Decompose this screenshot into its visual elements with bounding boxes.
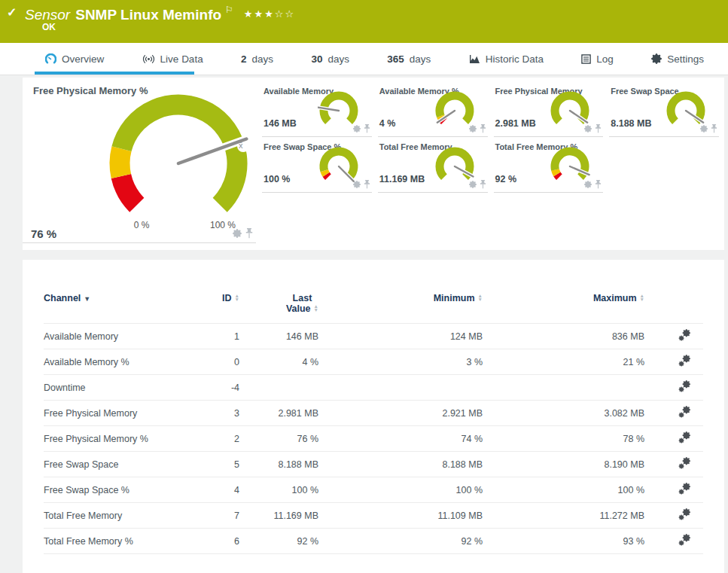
channel-id: -4: [198, 375, 239, 401]
channel-minimum: 124 MB: [318, 324, 483, 349]
sort-icon: ▲▼: [478, 294, 483, 301]
channel-name: Total Free Memory: [44, 503, 198, 529]
table-row: Downtime -4: [44, 375, 703, 401]
channel-settings-gears-icon[interactable]: [678, 534, 690, 546]
channel-last-value: 100 %: [239, 477, 318, 503]
gear-icon[interactable]: [700, 125, 708, 133]
channel-last-value: 146 MB: [239, 324, 318, 349]
column-header-id[interactable]: ID▲▼: [198, 293, 239, 324]
channels-table: Channel▼ ID▲▼ Last Value▲▼ Minimum▲▼ Max…: [44, 293, 703, 554]
gauge-value: 2.981 MB: [495, 118, 536, 129]
gauge-value: 11.169 MB: [379, 174, 425, 184]
channel-minimum: 11.109 MB: [318, 503, 483, 529]
gauge-icon: [45, 53, 56, 65]
gear-icon[interactable]: [469, 181, 477, 188]
tab-historic-data[interactable]: Historic Data: [469, 53, 544, 65]
channel-id: 2: [198, 426, 239, 452]
mean-marker: x̄: [239, 141, 243, 150]
channel-settings-gears-icon[interactable]: [678, 380, 690, 392]
gear-icon[interactable]: [584, 181, 592, 188]
gauge-value: 146 MB: [263, 118, 297, 129]
tab-live-data[interactable]: Live Data: [142, 53, 203, 65]
pin-icon[interactable]: [245, 228, 253, 239]
table-row: Total Free Memory 7 11.169 MB 11.109 MB …: [44, 503, 703, 529]
small-gauge-grid: Available Memory 146 MB Available Memory…: [262, 83, 719, 193]
gauge-tile: Free Physical Memory 2.981 MB: [494, 83, 604, 137]
channels-table-body: Available Memory 1 146 MB 124 MB 836 MB …: [44, 324, 703, 554]
tab-2-days[interactable]: 2 days: [241, 53, 273, 65]
channel-minimum: 92 %: [318, 529, 483, 554]
column-header-channel[interactable]: Channel▼: [44, 293, 198, 324]
channel-settings-gears-icon[interactable]: [678, 329, 690, 341]
channel-name: Free Swap Space %: [44, 477, 198, 503]
table-row: Available Memory % 0 4 % 3 % 21 %: [44, 349, 703, 375]
pin-icon[interactable]: [711, 124, 717, 133]
channel-name: Available Memory: [44, 324, 198, 349]
pin-icon[interactable]: [364, 124, 370, 133]
pin-icon[interactable]: [480, 180, 486, 189]
pin-icon[interactable]: [480, 124, 486, 133]
pin-icon[interactable]: [595, 124, 602, 133]
column-header-maximum[interactable]: Maximum▲▼: [483, 293, 644, 324]
active-tab-underline: [35, 72, 194, 75]
gear-icon[interactable]: [584, 125, 592, 133]
gauge-tile: Available Memory % 4 %: [378, 83, 488, 137]
channel-settings-gears-icon[interactable]: [678, 457, 690, 469]
tab-365-days[interactable]: 365 days: [387, 53, 431, 65]
channel-last-value: 76 %: [239, 426, 318, 452]
channel-maximum: 836 MB: [483, 324, 644, 349]
channel-maximum: [483, 375, 644, 401]
channel-settings-gears-icon[interactable]: [678, 431, 690, 443]
sensor-header: ✓ SensorSNMP Linux Meminfo⚐★★★☆☆ OK: [0, 0, 728, 43]
channel-maximum: 8.190 MB: [483, 452, 644, 477]
priority-stars[interactable]: ★★★☆☆: [244, 8, 295, 20]
channel-name: Free Swap Space: [44, 452, 198, 477]
sort-icon: ▲▼: [640, 294, 644, 301]
object-kind-label: Sensor: [25, 7, 70, 23]
tab-overview[interactable]: Overview: [45, 53, 104, 65]
gear-icon[interactable]: [469, 125, 477, 133]
channel-settings-gears-icon[interactable]: [678, 355, 690, 367]
page-title: SNMP Linux Meminfo: [75, 7, 221, 23]
primary-gauge: [23, 78, 256, 242]
gauge-value: 92 %: [495, 174, 517, 184]
channel-last-value: 2.981 MB: [239, 401, 318, 426]
sort-icon: ▲▼: [235, 294, 239, 301]
pin-icon[interactable]: [595, 180, 602, 189]
channel-id: 3: [198, 401, 239, 426]
channel-id: 7: [198, 503, 239, 529]
tab-30-days[interactable]: 30 days: [311, 53, 349, 65]
status-ok-check-icon: ✓: [7, 5, 17, 20]
pin-icon[interactable]: [364, 180, 370, 189]
tab-log[interactable]: Log: [581, 53, 614, 65]
channel-maximum: 11.272 MB: [483, 503, 644, 529]
table-row: Free Swap Space 5 8.188 MB 8.188 MB 8.19…: [44, 452, 703, 477]
sort-icon: ▲▼: [314, 304, 318, 312]
channel-settings-gears-icon[interactable]: [678, 508, 690, 520]
channel-settings-gears-icon[interactable]: [678, 406, 690, 418]
channel-name: Free Physical Memory %: [44, 426, 198, 452]
column-header-minimum[interactable]: Minimum▲▼: [318, 293, 483, 324]
primary-channel-gauge-tile: Free Physical Memory % x̄ 0 % 100 % 76 %: [23, 78, 256, 243]
column-header-last-value[interactable]: Last Value▲▼: [239, 293, 318, 324]
gear-icon[interactable]: [353, 181, 361, 188]
channel-minimum: 2.921 MB: [318, 401, 483, 426]
channel-last-value: 4 %: [239, 349, 318, 375]
gear-icon[interactable]: [353, 125, 361, 133]
flag-icon[interactable]: ⚐: [225, 5, 233, 15]
gauge-value: 100 %: [263, 174, 290, 184]
sort-desc-icon: ▼: [84, 295, 90, 303]
gauge-value: 8.188 MB: [611, 118, 651, 129]
gear-icon[interactable]: [233, 229, 242, 238]
channel-maximum: 3.082 MB: [483, 401, 644, 426]
channel-id: 6: [198, 529, 239, 554]
channel-minimum: 74 %: [318, 426, 483, 452]
tab-settings[interactable]: Settings: [651, 53, 704, 65]
gauge-tile: Available Memory 146 MB: [262, 83, 372, 137]
channel-name: Downtime: [44, 375, 198, 401]
status-badge: OK: [42, 22, 56, 32]
channel-minimum: 8.188 MB: [318, 452, 483, 477]
channel-maximum: 78 %: [483, 426, 644, 452]
channel-maximum: 21 %: [483, 349, 644, 375]
channel-settings-gears-icon[interactable]: [678, 483, 690, 495]
